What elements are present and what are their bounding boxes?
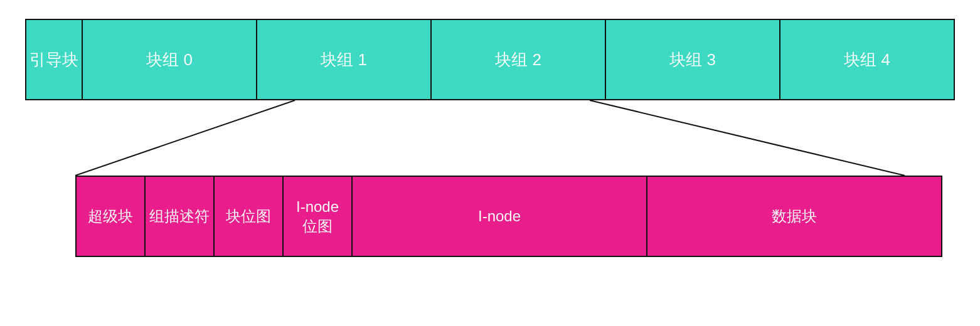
top-cell-group1: 块组 1: [257, 20, 432, 99]
top-cell-group2: 块组 2: [432, 20, 606, 99]
top-cell-boot: 引导块: [26, 20, 83, 99]
connector-lines: [25, 100, 955, 176]
bottom-cell-group-desc: 组描述符: [146, 177, 215, 256]
bottom-cell-superblock: 超级块: [77, 177, 146, 256]
bottom-cell-data-block: 数据块: [647, 177, 941, 256]
svg-line-0: [75, 100, 295, 176]
diagram-container: 引导块 块组 0 块组 1 块组 2 块组 3 块组 4 超级块: [0, 0, 980, 326]
bottom-cell-inode: I-node: [353, 177, 647, 256]
bottom-cell-block-bitmap: 块位图: [215, 177, 284, 256]
bottom-cell-inode-bitmap: I-node 位图: [284, 177, 353, 256]
svg-line-1: [590, 100, 905, 176]
top-cell-group3: 块组 3: [606, 20, 780, 99]
top-row: 引导块 块组 0 块组 1 块组 2 块组 3 块组 4: [25, 19, 955, 100]
top-cell-group4: 块组 4: [780, 20, 954, 99]
top-cell-group0: 块组 0: [83, 20, 257, 99]
bottom-row: 超级块 组描述符 块位图 I-node 位图 I-node 数据块: [75, 176, 942, 257]
